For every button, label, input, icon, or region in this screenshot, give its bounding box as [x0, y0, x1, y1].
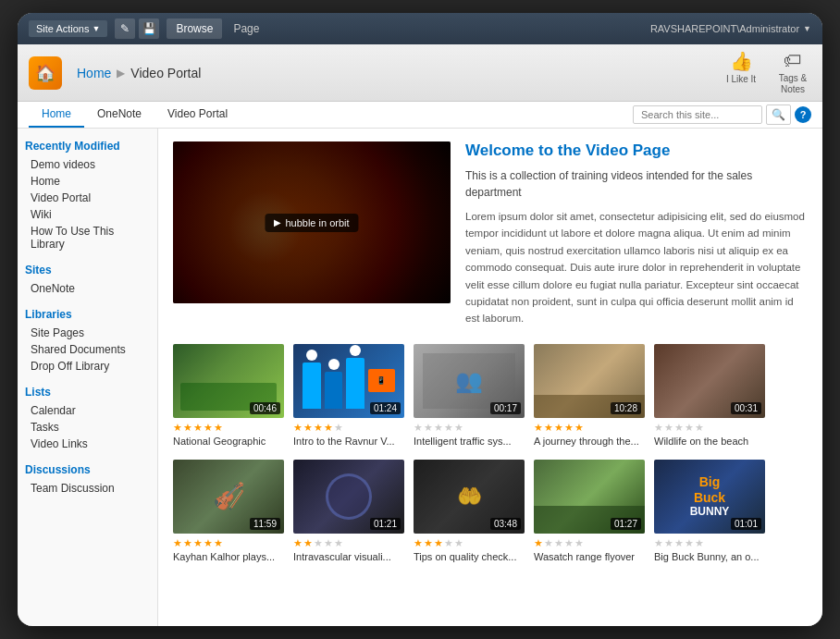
stars-traffic: ★ ★ ★ ★ ★	[414, 422, 525, 434]
stars-intra: ★ ★ ★ ★ ★	[293, 537, 404, 549]
thumb-intra: 01:21	[293, 460, 404, 534]
duration-ravnur: 01:24	[370, 402, 401, 414]
sidebar-item-home[interactable]: Home	[25, 173, 150, 190]
section-sites[interactable]: Sites	[25, 264, 150, 276]
tab-onenote[interactable]: OneNote	[84, 102, 154, 128]
title-ravnur: Intro to the Ravnur V...	[293, 436, 404, 447]
video-card-wasatch[interactable]: 01:27 ★ ★ ★ ★ ★ Wasatch range flyover	[534, 460, 645, 562]
device-frame: Site Actions ▼ ✎ 💾 Browse Page RAVSHAREP…	[18, 13, 822, 626]
video-card-traffic[interactable]: 👥 00:17 ★ ★ ★ ★ ★ Intelligent traffic sy…	[414, 344, 525, 447]
site-logo: 🏠	[29, 56, 62, 90]
video-card-intra[interactable]: 01:21 ★ ★ ★ ★ ★ Intravascular visuali...	[293, 460, 404, 562]
sidebar-item-team-discussion[interactable]: Team Discussion	[25, 480, 150, 497]
section-recently-modified[interactable]: Recently Modified	[25, 140, 150, 153]
i-like-it-button[interactable]: 👍 I Like It	[723, 50, 760, 95]
section-libraries[interactable]: Libraries	[25, 308, 150, 321]
duration-wildlife: 00:31	[731, 402, 761, 414]
video-row-2: 🎻 11:59 ★ ★ ★ ★ ★ Kayhan Kalhor plays...	[173, 460, 808, 562]
thumb-tips: 🤲 03:48	[414, 460, 525, 534]
video-row-1: 00:46 ★ ★ ★ ★ ★ National Geographic	[173, 344, 808, 447]
edit-icon[interactable]: ✎	[115, 18, 135, 39]
video-card-kayhan[interactable]: 🎻 11:59 ★ ★ ★ ★ ★ Kayhan Kalhor plays...	[173, 460, 284, 562]
thumb-bigbuck: Big Buck BUNNY 01:01	[654, 460, 765, 534]
thumbs-up-icon: 👍	[730, 50, 753, 72]
section-discussions[interactable]: Discussions	[25, 463, 150, 476]
thumb-kayhan: 🎻 11:59	[173, 460, 284, 534]
play-button[interactable]: ▶ hubble in orbit	[265, 214, 358, 232]
duration-intra: 01:21	[370, 518, 401, 530]
sidebar-item-calendar[interactable]: Calendar	[25, 402, 150, 419]
title-wasatch: Wasatch range flyover	[534, 551, 645, 562]
top-bar: Site Actions ▼ ✎ 💾 Browse Page RAVSHAREP…	[18, 13, 822, 44]
star-1: ★	[173, 422, 182, 434]
video-card-tips[interactable]: 🤲 03:48 ★ ★ ★ ★ ★ Tips on quality check.…	[414, 460, 525, 562]
username: RAVSHAREPOINT\Administrator	[650, 23, 799, 34]
user-chevron-icon: ▼	[803, 24, 811, 33]
title-natgeo: National Geographic	[173, 436, 284, 447]
section-lists[interactable]: Lists	[25, 386, 150, 399]
top-bar-left: Site Actions ▼ ✎ 💾 Browse Page	[29, 18, 268, 39]
tags-notes-button[interactable]: 🏷 Tags &Notes	[774, 50, 811, 95]
sidebar: Recently Modified Demo videos Home Video…	[18, 129, 158, 626]
video-card-ravnur[interactable]: 📱 01:24 ★ ★ ★ ★ ★ Intro to the Ravnur V.…	[293, 344, 404, 447]
help-button[interactable]: ?	[795, 106, 811, 123]
site-actions-button[interactable]: Site Actions ▼	[29, 20, 107, 37]
sidebar-item-how-to[interactable]: How To Use This Library	[25, 223, 150, 252]
sidebar-item-wiki[interactable]: Wiki	[25, 206, 150, 223]
welcome-body: Lorem ipsum dolor sit amet, consectetur …	[465, 208, 808, 327]
site-actions-label: Site Actions	[36, 23, 89, 34]
star-5: ★	[214, 422, 223, 434]
i-like-it-label: I Like It	[726, 74, 756, 85]
sidebar-item-shared-documents[interactable]: Shared Documents	[25, 341, 150, 358]
thumb-wildlife: 00:31	[654, 344, 765, 418]
main-layout: Recently Modified Demo videos Home Video…	[18, 129, 822, 626]
thumb-wasatch: 01:27	[534, 460, 645, 534]
browse-tab[interactable]: Browse	[167, 18, 222, 39]
sidebar-item-video-links[interactable]: Video Links	[25, 436, 150, 452]
stars-bigbuck: ★ ★ ★ ★ ★	[654, 537, 765, 549]
video-card-natgeo[interactable]: 00:46 ★ ★ ★ ★ ★ National Geographic	[173, 344, 284, 447]
sidebar-item-site-pages[interactable]: Site Pages	[25, 325, 150, 341]
tab-video-portal[interactable]: Video Portal	[154, 102, 241, 128]
play-icon: ▶	[274, 217, 281, 227]
content-area: ▶ hubble in orbit Welcome to the Video P…	[158, 129, 822, 626]
video-card-wildlife[interactable]: 00:31 ★ ★ ★ ★ ★ Wildlife on the beach	[654, 344, 765, 447]
sidebar-item-onenote[interactable]: OneNote	[25, 280, 150, 297]
site-actions-chevron-icon: ▼	[92, 24, 100, 33]
user-info: RAVSHAREPOINT\Administrator ▼	[650, 23, 811, 34]
ribbon-actions: 👍 I Like It 🏷 Tags &Notes	[723, 50, 811, 95]
duration-natgeo: 00:46	[250, 402, 280, 414]
thumb-journey: 10:28	[534, 344, 645, 418]
stars-wildlife: ★ ★ ★ ★ ★	[654, 422, 765, 434]
sidebar-item-video-portal[interactable]: Video Portal	[25, 190, 150, 206]
video-card-bigbuck[interactable]: Big Buck BUNNY 01:01 ★ ★ ★ ★ ★ Big Buck …	[654, 460, 765, 562]
page-tab[interactable]: Page	[224, 18, 268, 39]
sidebar-item-drop-off-library[interactable]: Drop Off Library	[25, 358, 150, 375]
save-icon[interactable]: 💾	[139, 18, 159, 39]
stars-wasatch: ★ ★ ★ ★ ★	[534, 537, 645, 549]
stars-ravnur: ★ ★ ★ ★ ★	[293, 422, 404, 434]
thumb-ravnur: 📱 01:24	[293, 344, 404, 418]
title-journey: A journey through the...	[534, 436, 645, 447]
stars-tips: ★ ★ ★ ★ ★	[414, 537, 525, 549]
sidebar-item-tasks[interactable]: Tasks	[25, 419, 150, 436]
main-video-player[interactable]: ▶ hubble in orbit	[173, 141, 451, 303]
search-button[interactable]: 🔍	[766, 104, 791, 125]
bigbuck-text: Big Buck BUNNY	[690, 474, 730, 519]
sidebar-item-demo-videos[interactable]: Demo videos	[25, 156, 150, 173]
breadcrumb-current: Video Portal	[130, 66, 201, 80]
star-2: ★	[183, 422, 192, 434]
title-intra: Intravascular visuali...	[293, 551, 404, 562]
sub-nav: Home OneNote Video Portal 🔍 ?	[18, 102, 822, 129]
stars-kayhan: ★ ★ ★ ★ ★	[173, 537, 284, 549]
video-card-journey[interactable]: 10:28 ★ ★ ★ ★ ★ A journey through the...	[534, 344, 645, 447]
breadcrumb-home[interactable]: Home	[77, 66, 111, 80]
star-3: ★	[193, 422, 203, 434]
welcome-section: ▶ hubble in orbit Welcome to the Video P…	[173, 141, 808, 327]
duration-journey: 10:28	[611, 402, 641, 414]
search-input[interactable]	[633, 105, 762, 124]
welcome-intro: This is a collection of training videos …	[465, 167, 808, 201]
duration-bigbuck: 01:01	[731, 518, 761, 530]
welcome-text: Welcome to the Video Page This is a coll…	[465, 141, 808, 327]
tab-home[interactable]: Home	[29, 102, 84, 128]
